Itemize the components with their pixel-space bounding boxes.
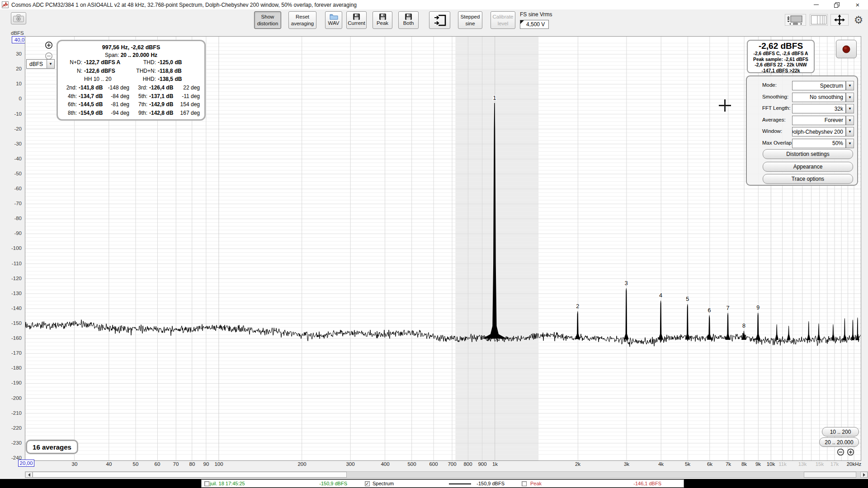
averages-label: Averages: — [762, 117, 786, 122]
load-wav-button[interactable]: WAV — [325, 11, 342, 29]
settings-gear-button[interactable]: ⚙ — [851, 14, 866, 26]
calibrate-level-button[interactable]: Calibrate level — [491, 11, 515, 29]
screenshot-button[interactable] — [11, 12, 26, 24]
harmonic-label: 9 — [756, 305, 760, 311]
measurement-row: N:-122,6 dBFSTHD+N:-118,8 dB — [62, 67, 200, 75]
chevron-down-icon[interactable]: ▼ — [846, 93, 854, 102]
x-axis-label: 13k — [798, 461, 807, 467]
y-axis-label: -170 — [0, 350, 22, 356]
fs-sine-vrms-input[interactable]: 4,500 V — [520, 20, 549, 29]
horizontal-scrollbar[interactable] — [25, 471, 868, 478]
y-axis-label: -100 — [0, 245, 22, 251]
x-axis-label: 60 — [155, 461, 160, 467]
range-10-200-button[interactable]: 10 .. 200 — [822, 427, 859, 436]
harmonic-measurement-row: 2nd:-141,8 dB-148 deg3rd:-126,4 dB22 deg — [62, 84, 200, 92]
stepped-sine-button[interactable]: Stepped sine — [458, 11, 482, 29]
y-axis-label: -200 — [0, 395, 22, 401]
trace-line-swatch — [449, 483, 471, 484]
chevron-down-icon[interactable]: ▼ — [846, 81, 854, 90]
x-axis-label: 100 — [214, 461, 223, 467]
harmonic-label: 3 — [625, 280, 628, 286]
legend-checkbox-spectrum[interactable]: ✓ — [365, 481, 370, 486]
triangle-right-icon — [863, 473, 867, 477]
scroll-right-button[interactable] — [860, 472, 868, 478]
y-axis-label: -20 — [0, 126, 22, 131]
close-button[interactable]: × — [847, 0, 868, 9]
harmonic-measurement-row: 8th:-154,9 dB-94 deg9th:-142,8 dB167 deg — [62, 109, 200, 117]
y-axis-label: -190 — [0, 380, 22, 385]
x-axis-label: 17k — [830, 461, 839, 467]
panel-columns-button[interactable] — [810, 14, 828, 26]
measurement-row: HH 10 .. 20HHD:-138,5 dB — [62, 75, 200, 84]
harmonic-measurement-row: 4th:-134,7 dB-84 deg5th:-137,1 dB-11 deg — [62, 92, 200, 100]
window-row: Window:Dolph-Chebyshev 200▼ — [747, 127, 857, 136]
scrollbar-thumb[interactable] — [33, 472, 347, 478]
chevron-down-icon[interactable]: ▼ — [846, 116, 854, 125]
x-axis-label: 15k — [816, 461, 824, 467]
measurement-row: N+D:-122,7 dBFS ATHD:-125,0 dB — [62, 58, 200, 67]
record-button[interactable] — [836, 40, 857, 58]
save-peak-button[interactable]: Peak — [373, 11, 392, 29]
y-axis-label: -30 — [0, 141, 22, 146]
floppy-disk-icon — [379, 14, 386, 20]
chevron-down-icon[interactable]: ▼ — [846, 127, 854, 136]
x-axis-label: 4k — [658, 461, 664, 467]
zoom-in-x-icon[interactable] — [847, 448, 855, 456]
harmonic-label: 4 — [659, 292, 662, 299]
fft-length-dropdown[interactable]: 32k — [792, 104, 846, 113]
level-readout-box: -2,62 dBFS -2,6 dBFS C, -2,6 dBFS APeak … — [747, 40, 815, 73]
reset-averaging-button[interactable]: Reset averaging — [288, 11, 316, 29]
level-readout-line: -2,6 dBFS 22 - 22k UNW — [748, 62, 814, 68]
show-distortion-button[interactable]: Show distortion — [254, 11, 281, 29]
signal-routing-icon — [433, 14, 447, 27]
mode-dropdown[interactable]: Spectrum — [792, 81, 846, 90]
scrollbar-segment[interactable] — [804, 472, 856, 478]
loopback-routing-button[interactable] — [429, 11, 450, 29]
max-overlap-dropdown[interactable]: 50% — [792, 139, 846, 148]
legend-checkbox-juil-18-17-45-25[interactable] — [204, 481, 209, 486]
legend-value: -150,9 dBFS — [310, 481, 347, 486]
zoom-in-y-icon[interactable] — [45, 41, 53, 49]
distortion-settings-button[interactable]: Distortion settings — [763, 149, 853, 159]
legend-value: -150,9 dBFS — [468, 481, 505, 486]
floppy-disk-icon — [405, 14, 412, 20]
x-axis-label: 800 — [463, 461, 472, 467]
folder-icon — [330, 14, 338, 20]
window-dropdown[interactable]: Dolph-Chebyshev 200 — [792, 127, 846, 136]
harmonic-measurement-row: 6th:-144,5 dB-81 deg7th:-142,9 dB154 deg — [62, 100, 200, 109]
x-axis-label: 300 — [346, 461, 354, 467]
level-readout-lines: -2,6 dBFS C, -2,6 dBFS APeak sample: -2,… — [748, 51, 814, 74]
restore-button[interactable] — [826, 0, 847, 9]
pan-arrows-button[interactable] — [830, 14, 849, 26]
x-axis-min-box[interactable]: 20,00 — [18, 460, 34, 467]
harmonic-label: 1 — [493, 95, 496, 101]
scroll-left-button[interactable] — [25, 472, 33, 478]
averages-dropdown[interactable]: Forever — [792, 116, 846, 125]
mode-row: Mode:Spectrum▼ — [747, 81, 857, 90]
zoom-out-x-icon[interactable] — [837, 448, 845, 456]
screen-layout-button[interactable] — [785, 14, 806, 26]
legend-checkbox-peak[interactable] — [522, 481, 527, 486]
y-axis-label: -50 — [0, 171, 22, 176]
fft-length-row: FFT Length:32k▼ — [747, 104, 857, 113]
camera-icon — [13, 14, 24, 22]
save-current-button[interactable]: Current — [346, 11, 367, 29]
measurement-title: 997,56 Hz, -2,62 dBFS — [62, 44, 200, 51]
y-scale-combo[interactable]: dBFS ▼ — [26, 59, 55, 69]
minimize-button[interactable] — [806, 0, 826, 9]
smoothing-dropdown[interactable]: No smoothing — [792, 93, 846, 102]
y-axis-label: -90 — [0, 230, 22, 236]
appearance-button[interactable]: Appearance — [763, 162, 853, 172]
chevron-down-icon[interactable]: ▼ — [846, 139, 854, 148]
trace-options-button[interactable]: Trace options — [763, 174, 853, 184]
mode-label: Mode: — [762, 82, 777, 88]
chevron-down-icon[interactable]: ▼ — [846, 104, 854, 113]
x-axis-label: 10k — [767, 461, 775, 467]
averages-row: Averages:Forever▼ — [747, 116, 857, 125]
y-axis-label: -150 — [0, 320, 22, 326]
x-axis-label: 30 — [72, 461, 78, 467]
x-axis-label: 6k — [707, 461, 712, 467]
y-axis-label: -210 — [0, 410, 22, 416]
range-20-20000-button[interactable]: 20 .. 20.000 — [819, 437, 859, 447]
save-both-button[interactable]: Both — [398, 11, 419, 29]
